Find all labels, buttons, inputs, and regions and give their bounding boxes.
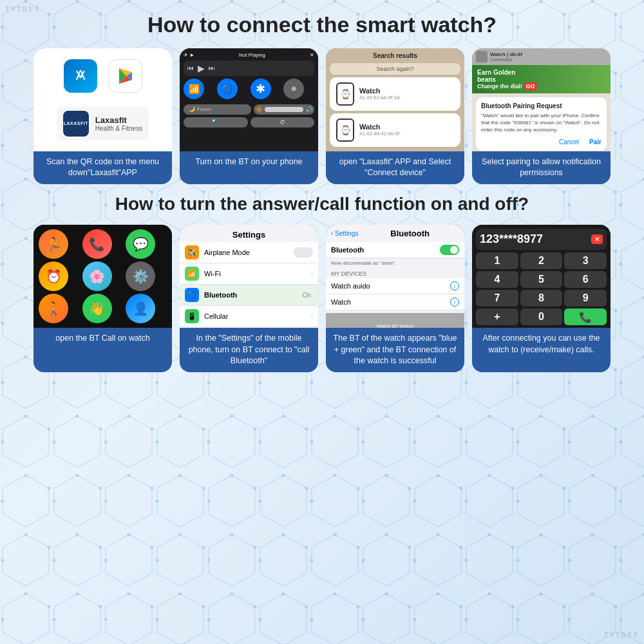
play-store-icon	[109, 59, 142, 93]
delete-button[interactable]: ✕	[591, 234, 603, 244]
bt-setting[interactable]: 🔵 Bluetooth On	[180, 285, 318, 306]
wifi-setting[interactable]: 📶 Wi-Fi ›	[180, 263, 318, 285]
watch-item-2[interactable]: ⌚ Watch 41:42:48:42:db:6f	[330, 113, 460, 147]
settings-screen: Settings ✈️ Airplane Mode 📶 Wi-Fi › 🔵 Bl…	[180, 225, 318, 328]
device2-info-btn[interactable]: i	[450, 298, 459, 307]
displayed-number: 123****8977	[480, 232, 543, 246]
app-store-icon: A	[64, 59, 97, 93]
watch-status-text: Watch | db:6f Connected	[490, 52, 522, 62]
laxasfit-logo: LAXASFIT	[63, 111, 89, 137]
section1-cards-row: A	[19, 48, 625, 184]
airplane-setting[interactable]: ✈️ Airplane Mode	[180, 242, 318, 263]
search-again-btn[interactable]: Search again?	[330, 63, 460, 75]
key-9[interactable]: 9	[564, 290, 607, 307]
cellular-setting[interactable]: 📱 Cellular ›	[180, 306, 318, 327]
card6-image: Settings ✈️ Airplane Mode 📶 Wi-Fi › 🔵 Bl…	[180, 225, 318, 328]
key-6[interactable]: 6	[564, 271, 607, 288]
card-app-connect: Search results Search again? ⌚ Watch 41:…	[326, 48, 464, 184]
bt-btn[interactable]: 🔵	[217, 79, 238, 99]
bt-back-btn[interactable]: ‹ Settings	[331, 230, 358, 237]
flower-app[interactable]: 🌸	[82, 261, 112, 291]
device-2[interactable]: Watch i	[326, 294, 464, 310]
search-title: Search results	[330, 52, 460, 59]
airdrop-btn[interactable]: ⊕	[283, 79, 304, 99]
number-display: 123****8977 ✕	[476, 229, 607, 250]
ad-text: Earn Goldenbeans	[477, 69, 605, 83]
card1-image: A	[33, 48, 172, 151]
run-app[interactable]: 🏃	[39, 229, 68, 259]
message-app[interactable]: 💬	[126, 229, 155, 259]
section2-cards-row: 🏃 📞 💬 ⏰ 🌸 ⚙️ 🚶 👋 👤 open the BT Call on w…	[19, 225, 625, 372]
dialpad-screen: 123****8977 ✕ 1 2 3 4 5 6 7 8 9 +	[472, 225, 611, 328]
laxasfit-name: Laxasfit	[95, 115, 142, 125]
watch-app-grid: 🏃 📞 💬 ⏰ 🌸 ⚙️ 🚶 👋 👤	[36, 227, 169, 326]
card4-label: Select pairing to allow notification per…	[472, 151, 611, 184]
device2-name: Watch	[331, 298, 450, 306]
key-2[interactable]: 2	[520, 252, 563, 269]
key-7[interactable]: 7	[476, 290, 518, 307]
card3-image: Search results Search again? ⌚ Watch 41:…	[326, 48, 464, 151]
brightness-btn[interactable]: 🔆 🔊	[254, 104, 315, 115]
cellular-icon: 📱	[185, 309, 199, 323]
key-5[interactable]: 5	[520, 271, 563, 288]
cellular-label: Cellular	[204, 312, 306, 320]
cc-row2: 🔦 ⏱	[184, 117, 314, 128]
watch-connection-overlay: Watch BT Active	[326, 313, 464, 328]
bt-value: On	[303, 292, 311, 299]
timer-btn[interactable]: ⏱	[251, 117, 315, 128]
pair-button[interactable]: Pair	[589, 138, 601, 146]
card5-image: 🏃 📞 💬 ⏰ 🌸 ⚙️ 🚶 👋 👤	[33, 225, 172, 328]
card8-image: 123****8977 ✕ 1 2 3 4 5 6 7 8 9 +	[472, 225, 611, 328]
watermark-bottom-right: TYTBFT	[604, 631, 639, 639]
bt-active-btn[interactable]: ✱	[251, 79, 271, 99]
contact-app[interactable]: 👤	[126, 294, 155, 323]
settings-app[interactable]: ⚙️	[126, 261, 155, 291]
svg-text:A: A	[75, 67, 85, 83]
key-8[interactable]: 8	[520, 290, 563, 307]
card-bt-on: ✈ ► Not Playing ✕ ⏮ ▶ ⏭ 📶 🔵 ✱	[180, 48, 318, 184]
watch-icon-2: ⌚	[336, 118, 354, 142]
device1-name: Watch auido	[331, 282, 450, 290]
flashlight-btn[interactable]: 🔦	[184, 117, 248, 128]
cancel-button[interactable]: Cancel	[559, 138, 579, 146]
device-1[interactable]: Watch auido i	[326, 278, 464, 294]
watch-icon-1: ⌚	[336, 82, 354, 106]
card-settings: Settings ✈️ Airplane Mode 📶 Wi-Fi › 🔵 Bl…	[180, 225, 318, 372]
wifi-btn[interactable]: 📶	[184, 79, 204, 99]
watch-connected: Connected	[490, 57, 522, 62]
alarm-app[interactable]: ⏰	[39, 261, 68, 291]
card5-label: open the BT Call on watch	[33, 328, 172, 372]
device1-info-btn[interactable]: i	[450, 281, 459, 290]
wifi-arrow: ›	[311, 270, 313, 278]
card-qr-scan: A	[33, 48, 172, 184]
watch-item-1[interactable]: ⌚ Watch 41:42:62:ae:3f:1d	[330, 77, 460, 111]
focus-btn[interactable]: 🌙Focus	[184, 104, 251, 115]
airplane-toggle[interactable]	[294, 247, 313, 258]
walk-app[interactable]: 🚶	[39, 294, 68, 323]
key-3[interactable]: 3	[564, 252, 607, 269]
app-store-icons: A	[64, 59, 142, 93]
card1-label: Scan the QR code on the menu down"Laxasf…	[33, 151, 172, 184]
key-4[interactable]: 4	[476, 271, 518, 288]
card2-label: Turn on the BT on your phone	[180, 151, 318, 184]
watch-1-text: Watch 41:42:62:ae:3f:1d	[359, 87, 399, 100]
card3-label: open "Laxasfit" APP and Select "Connect …	[326, 151, 464, 184]
cellular-arrow: ›	[311, 313, 313, 320]
search-results-screen: Search results Search again? ⌚ Watch 41:…	[326, 48, 464, 151]
key-plus[interactable]: +	[476, 308, 518, 325]
bt-settings-screen: ‹ Settings Bluetooth Bluetooth Now disco…	[326, 225, 464, 328]
call-app[interactable]: 📞	[82, 229, 112, 259]
bt-toggle[interactable]	[440, 245, 459, 255]
dialog-actions: Cancel Pair	[481, 138, 601, 146]
key-1[interactable]: 1	[476, 252, 518, 269]
bt-settings-header: ‹ Settings Bluetooth	[326, 225, 464, 242]
watch-status-bar: Watch | db:6f Connected	[472, 48, 611, 65]
page-content: How to connect the smart watch? A	[0, 0, 644, 393]
cc-top-bar: ✈ ► Not Playing ✕	[184, 52, 314, 58]
bt-toggle-row: Bluetooth	[326, 242, 464, 258]
call-button[interactable]: 📞	[564, 308, 607, 325]
laxasfit-subtitle: Health & Fitness	[95, 125, 142, 132]
wave-app[interactable]: 👋	[82, 294, 112, 323]
settings-header: Settings	[180, 225, 318, 242]
key-0[interactable]: 0	[520, 308, 563, 325]
